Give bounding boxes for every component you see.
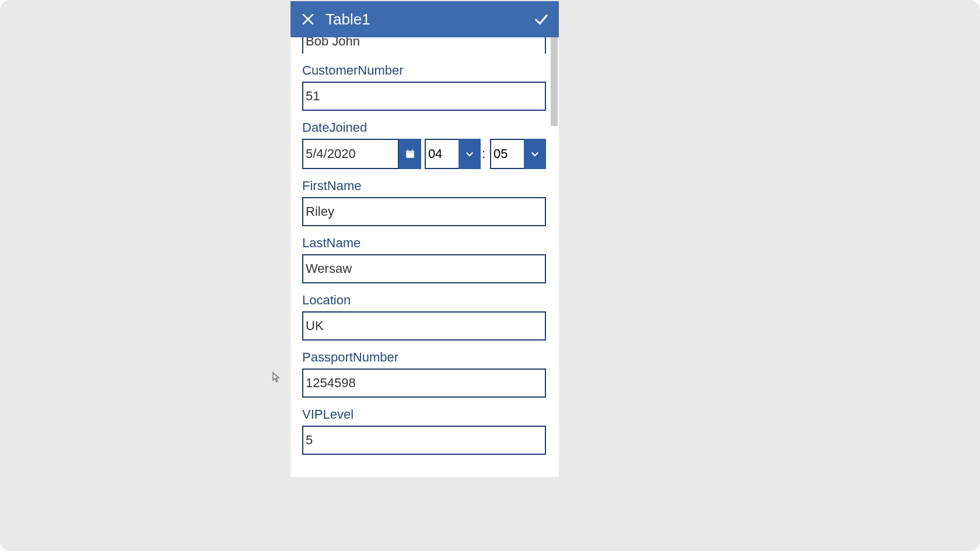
location-input[interactable]: [302, 311, 546, 341]
svg-rect-3: [412, 150, 413, 152]
datejoined-hour-value: 04: [425, 139, 459, 169]
form-header: Table1: [290, 1, 559, 37]
viplevel-label: VIPLevel: [302, 407, 547, 422]
name-top-input[interactable]: [302, 37, 546, 54]
chevron-down-icon[interactable]: [459, 139, 481, 169]
chevron-down-icon[interactable]: [524, 139, 546, 169]
datejoined-minute-select[interactable]: 05: [490, 139, 546, 169]
customernumber-label: CustomerNumber: [302, 63, 547, 78]
check-icon[interactable]: [532, 10, 551, 29]
time-colon: :: [482, 139, 487, 169]
datejoined-date-input[interactable]: 5/4/2020: [302, 139, 399, 169]
location-label: Location: [302, 293, 547, 308]
form-panel: Table1 CustomerNumber DateJoined 5/4/202…: [290, 1, 559, 477]
close-icon[interactable]: [299, 10, 317, 29]
lastname-input[interactable]: [302, 254, 546, 283]
svg-rect-1: [406, 151, 414, 153]
firstname-input[interactable]: [302, 197, 546, 226]
viplevel-input[interactable]: [302, 426, 546, 455]
datejoined-label: DateJoined: [302, 120, 547, 135]
form-scroll-area: CustomerNumber DateJoined 5/4/2020 04 : …: [290, 37, 559, 477]
lastname-label: LastName: [302, 236, 547, 251]
passportnumber-input[interactable]: [302, 368, 546, 398]
datejoined-minute-value: 05: [490, 139, 524, 169]
calendar-icon[interactable]: [399, 139, 421, 169]
firstname-label: FirstName: [302, 178, 547, 194]
datejoined-hour-select[interactable]: 04: [425, 139, 481, 169]
form-title: Table1: [326, 10, 524, 29]
mouse-cursor-icon: [272, 372, 281, 382]
customernumber-input[interactable]: [302, 82, 546, 111]
scrollbar-thumb[interactable]: [551, 37, 558, 126]
svg-rect-2: [407, 150, 408, 152]
passportnumber-label: PassportNumber: [302, 350, 547, 365]
